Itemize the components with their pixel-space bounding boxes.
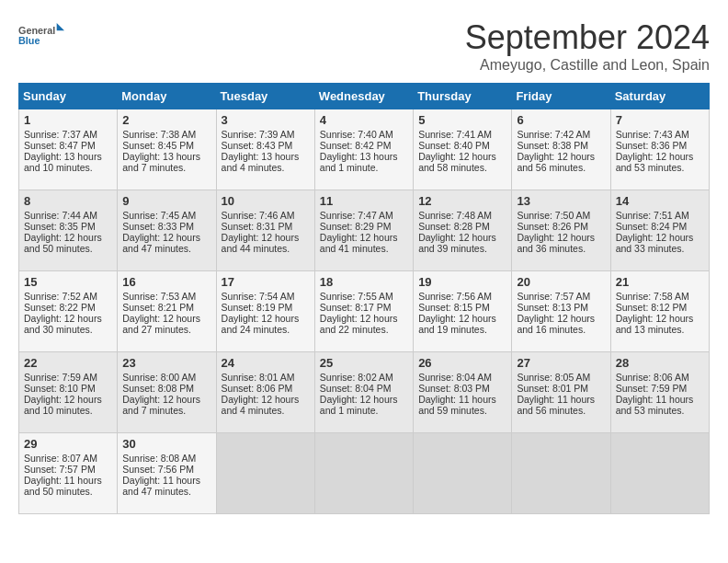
week-row-2: 8Sunrise: 7:44 AMSunset: 8:35 PMDaylight… [19, 190, 710, 271]
month-title: September 2024 [465, 18, 710, 57]
svg-text:General: General [18, 25, 55, 36]
svg-text:Blue: Blue [18, 35, 40, 46]
calendar-cell: 12Sunrise: 7:48 AMSunset: 8:28 PMDayligh… [414, 190, 512, 271]
header-saturday: Saturday [610, 84, 709, 109]
calendar-cell: 3Sunrise: 7:39 AMSunset: 8:43 PMDaylight… [216, 109, 314, 190]
calendar-cell: 13Sunrise: 7:50 AMSunset: 8:26 PMDayligh… [512, 190, 610, 271]
calendar-cell [610, 433, 709, 514]
week-row-3: 15Sunrise: 7:52 AMSunset: 8:22 PMDayligh… [19, 271, 710, 352]
header-row: SundayMondayTuesdayWednesdayThursdayFrid… [19, 84, 710, 109]
calendar-cell: 19Sunrise: 7:56 AMSunset: 8:15 PMDayligh… [414, 271, 512, 352]
logo-svg: General Blue [18, 18, 64, 55]
calendar-cell: 29Sunrise: 8:07 AMSunset: 7:57 PMDayligh… [19, 433, 118, 514]
header-friday: Friday [512, 84, 610, 109]
calendar-cell [512, 433, 610, 514]
week-row-5: 29Sunrise: 8:07 AMSunset: 7:57 PMDayligh… [19, 433, 710, 514]
calendar-cell: 15Sunrise: 7:52 AMSunset: 8:22 PMDayligh… [19, 271, 118, 352]
calendar-cell: 1Sunrise: 7:37 AMSunset: 8:47 PMDaylight… [19, 109, 118, 190]
calendar-cell [414, 433, 512, 514]
calendar-cell: 25Sunrise: 8:02 AMSunset: 8:04 PMDayligh… [314, 352, 413, 433]
header-tuesday: Tuesday [216, 84, 314, 109]
calendar-cell: 5Sunrise: 7:41 AMSunset: 8:40 PMDaylight… [414, 109, 512, 190]
calendar-cell: 26Sunrise: 8:04 AMSunset: 8:03 PMDayligh… [414, 352, 512, 433]
calendar-cell: 20Sunrise: 7:57 AMSunset: 8:13 PMDayligh… [512, 271, 610, 352]
calendar-cell: 14Sunrise: 7:51 AMSunset: 8:24 PMDayligh… [610, 190, 709, 271]
calendar-cell: 18Sunrise: 7:55 AMSunset: 8:17 PMDayligh… [314, 271, 413, 352]
header-monday: Monday [118, 84, 216, 109]
calendar-cell: 9Sunrise: 7:45 AMSunset: 8:33 PMDaylight… [118, 190, 216, 271]
calendar-cell [314, 433, 413, 514]
calendar-cell: 22Sunrise: 7:59 AMSunset: 8:10 PMDayligh… [19, 352, 118, 433]
calendar-cell: 2Sunrise: 7:38 AMSunset: 8:45 PMDaylight… [118, 109, 216, 190]
calendar-cell: 11Sunrise: 7:47 AMSunset: 8:29 PMDayligh… [314, 190, 413, 271]
header-thursday: Thursday [414, 84, 512, 109]
week-row-1: 1Sunrise: 7:37 AMSunset: 8:47 PMDaylight… [19, 109, 710, 190]
calendar-cell: 21Sunrise: 7:58 AMSunset: 8:12 PMDayligh… [610, 271, 709, 352]
page-header: General Blue September 2024 Ameyugo, Cas… [18, 18, 710, 74]
calendar-cell: 17Sunrise: 7:54 AMSunset: 8:19 PMDayligh… [216, 271, 314, 352]
svg-marker-2 [57, 23, 64, 30]
week-row-4: 22Sunrise: 7:59 AMSunset: 8:10 PMDayligh… [19, 352, 710, 433]
calendar-cell: 24Sunrise: 8:01 AMSunset: 8:06 PMDayligh… [216, 352, 314, 433]
location-title: Ameyugo, Castille and Leon, Spain [465, 57, 710, 74]
title-block: September 2024 Ameyugo, Castille and Leo… [465, 18, 710, 74]
logo: General Blue [18, 18, 64, 55]
calendar-cell: 23Sunrise: 8:00 AMSunset: 8:08 PMDayligh… [118, 352, 216, 433]
calendar-cell: 7Sunrise: 7:43 AMSunset: 8:36 PMDaylight… [610, 109, 709, 190]
calendar-cell: 28Sunrise: 8:06 AMSunset: 7:59 PMDayligh… [610, 352, 709, 433]
calendar-cell: 6Sunrise: 7:42 AMSunset: 8:38 PMDaylight… [512, 109, 610, 190]
header-wednesday: Wednesday [314, 84, 413, 109]
calendar-cell: 27Sunrise: 8:05 AMSunset: 8:01 PMDayligh… [512, 352, 610, 433]
calendar-cell: 10Sunrise: 7:46 AMSunset: 8:31 PMDayligh… [216, 190, 314, 271]
calendar-cell [216, 433, 314, 514]
calendar-table: SundayMondayTuesdayWednesdayThursdayFrid… [18, 83, 710, 514]
calendar-cell: 4Sunrise: 7:40 AMSunset: 8:42 PMDaylight… [314, 109, 413, 190]
calendar-cell: 8Sunrise: 7:44 AMSunset: 8:35 PMDaylight… [19, 190, 118, 271]
header-sunday: Sunday [19, 84, 118, 109]
calendar-cell: 16Sunrise: 7:53 AMSunset: 8:21 PMDayligh… [118, 271, 216, 352]
calendar-cell: 30Sunrise: 8:08 AMSunset: 7:56 PMDayligh… [118, 433, 216, 514]
